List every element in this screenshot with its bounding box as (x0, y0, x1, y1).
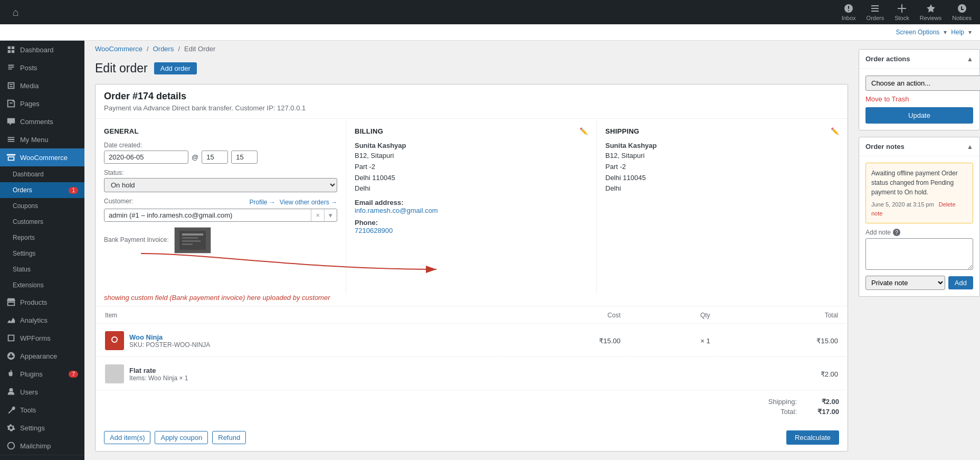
shipping-name: Sunita Kashyap (605, 142, 839, 149)
sidebar-item-woo-customers[interactable]: Customers (0, 214, 84, 230)
help-link[interactable]: Help (951, 29, 964, 36)
status-label: Status: (104, 169, 337, 176)
reviews-button[interactable]: Reviews (920, 3, 942, 21)
status-select[interactable]: On hold Pending payment Processing Compl… (104, 178, 337, 192)
time-min-input[interactable] (231, 151, 258, 164)
sidebar-item-collapse[interactable]: Collapse menu (0, 455, 84, 460)
sidebar-item-plugins[interactable]: Plugins 7 (0, 365, 84, 383)
order-actions-body: Choose an action... Send order details t… (859, 69, 979, 130)
help-icon[interactable]: ? (893, 229, 900, 236)
billing-edit-icon[interactable]: ✏️ (579, 127, 588, 135)
grand-total-label: Total: (734, 408, 797, 416)
sidebar-item-appearance[interactable]: Appearance (0, 347, 84, 365)
col-cost: Cost (502, 307, 629, 324)
orders-label: Orders (867, 15, 884, 21)
notices-button[interactable]: Notices (952, 3, 972, 21)
sidebar-item-woo-status[interactable]: Status (0, 261, 84, 277)
order-notes-body: Awaiting offline payment Order status ch… (859, 156, 979, 296)
sidebar-item-posts[interactable]: Posts (0, 59, 84, 77)
sidebar-item-wpforms[interactable]: WPForms (0, 329, 84, 347)
update-button[interactable]: Update (865, 107, 973, 124)
sidebar-item-analytics[interactable]: Analytics (0, 311, 84, 329)
annotation-arrow (99, 248, 310, 280)
sidebar-item-woo-dashboard[interactable]: Dashboard (0, 166, 84, 182)
shipping-label: Flat rate (129, 367, 188, 374)
sidebar-item-dashboard[interactable]: Dashboard (0, 41, 84, 59)
action-select-row: Choose an action... Send order details t… (865, 75, 973, 91)
sidebar-item-woo-extensions[interactable]: Extensions (0, 277, 84, 293)
recalculate-button[interactable]: Recalculate (786, 430, 839, 445)
customer-clear-button[interactable]: × (311, 209, 324, 221)
right-panel: Order actions ▲ Choose an action... Send… (859, 41, 980, 460)
action-select[interactable]: Choose an action... Send order details t… (865, 76, 980, 91)
sidebar-item-tools[interactable]: Tools (0, 401, 84, 419)
date-input[interactable] (104, 151, 188, 164)
date-label: Date created: (104, 142, 337, 149)
sidebar-item-woo-orders[interactable]: Orders 1 (0, 182, 84, 198)
general-title: General (104, 127, 337, 135)
status-field-row: Status: On hold Pending payment Processi… (104, 169, 337, 192)
order-notes-title: Order notes (865, 143, 905, 151)
note-footer: Private note Note to customer Add (865, 276, 973, 290)
billing-phone-label: Phone: (355, 219, 588, 227)
page-title: Edit order (95, 61, 148, 76)
sidebar-item-settings[interactable]: Settings (0, 419, 84, 437)
shipping-edit-icon[interactable]: ✏️ (831, 127, 839, 135)
note-textarea[interactable] (865, 238, 973, 270)
sidebar-item-media[interactable]: Media (0, 77, 84, 95)
sidebar-item-products[interactable]: Products (0, 293, 84, 311)
billing-email[interactable]: info.ramesh.co@gmail.com (355, 206, 438, 214)
apply-coupon-button[interactable]: Apply coupon (155, 431, 208, 444)
refund-button[interactable]: Refund (212, 431, 246, 444)
order-meta: Payment via Advance Direct bank transfer… (104, 104, 839, 112)
order-notes-header[interactable]: Order notes ▲ (859, 137, 979, 156)
order-card: Order #174 details Payment via Advance D… (95, 84, 848, 452)
sidebar-item-woo-reports[interactable]: Reports (0, 230, 84, 246)
add-items-button[interactable]: Add item(s) (104, 431, 150, 444)
billing-addr-3: Delhi 110045 (355, 173, 588, 184)
shipping-addr-4: Delhi (605, 183, 839, 194)
breadcrumb-woocommerce[interactable]: WooCommerce (95, 45, 142, 53)
view-orders-link[interactable]: View other orders → (280, 199, 337, 206)
billing-address: B12, Sitapuri Part -2 Delhi 110045 Delhi (355, 151, 588, 194)
note-box: Awaiting offline payment Order status ch… (865, 163, 973, 223)
stock-button[interactable]: Stock (895, 3, 909, 21)
orders-button[interactable]: Orders (867, 3, 884, 21)
add-note-button[interactable]: Add (948, 276, 973, 289)
sidebar-item-mailchimp[interactable]: Mailchimp (0, 437, 84, 455)
screen-options-link[interactable]: Screen Options (896, 29, 940, 36)
stock-label: Stock (895, 15, 909, 21)
add-note-text: Add note (865, 229, 891, 236)
sidebar-item-woo-coupons[interactable]: Coupons (0, 198, 84, 214)
sidebar-item-woocommerce[interactable]: WooCommerce (0, 148, 84, 166)
billing-name: Sunita Kashyap (355, 142, 588, 149)
inbox-button[interactable]: Inbox (842, 3, 856, 21)
profile-link[interactable]: Profile → (249, 199, 275, 206)
breadcrumb: WooCommerce / Orders / Edit Order (84, 41, 859, 57)
date-field-row: Date created: @ (104, 142, 337, 164)
note-type-select[interactable]: Private note Note to customer (865, 276, 945, 290)
breadcrumb-edit-order: Edit Order (184, 45, 215, 53)
inbox-label: Inbox (842, 15, 856, 21)
admin-bar: ⌂ Inbox Orders Stock Reviews Notices (0, 0, 980, 24)
main-content: WooCommerce / Orders / Edit Order Edit o… (84, 41, 859, 460)
move-to-trash-link[interactable]: Move to Trash (865, 95, 973, 103)
breadcrumb-orders[interactable]: Orders (153, 45, 174, 53)
billing-phone[interactable]: 7210628900 (355, 227, 393, 234)
add-order-button[interactable]: Add order (154, 62, 197, 74)
col-item: Item (97, 307, 501, 324)
sidebar-item-comments[interactable]: Comments (0, 112, 84, 130)
customer-dropdown-button[interactable]: ▾ (324, 209, 337, 221)
item-qty: × 1 (630, 325, 719, 357)
billing-title: Billing (355, 127, 383, 135)
sidebar-item-users[interactable]: Users (0, 383, 84, 401)
sidebar-item-woo-settings[interactable]: Settings (0, 246, 84, 261)
order-actions-header[interactable]: Order actions ▲ (859, 50, 979, 69)
bank-payment-label: Bank Payment Invoice: (104, 236, 169, 243)
sidebar-item-my-menu[interactable]: My Menu (0, 130, 84, 148)
admin-bar-right: Inbox Orders Stock Reviews Notices (842, 3, 972, 21)
order-actions-box: Order actions ▲ Choose an action... Send… (859, 49, 980, 130)
customer-value: admin (#1 – info.ramesh.co@gmail.com) (104, 209, 311, 221)
sidebar-item-pages[interactable]: Pages (0, 95, 84, 112)
time-hour-input[interactable] (202, 151, 228, 164)
